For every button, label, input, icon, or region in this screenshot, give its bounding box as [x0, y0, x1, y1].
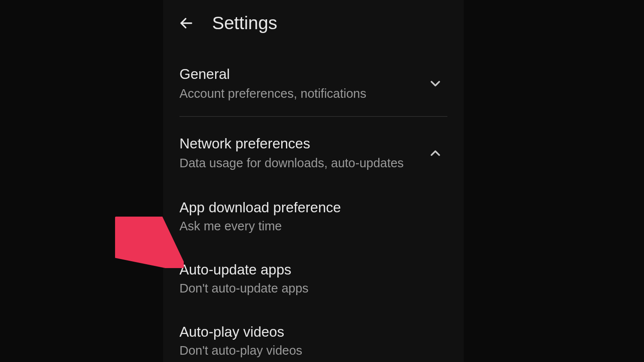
setting-auto-play-videos[interactable]: Auto-play videos Don't auto-play videos	[163, 314, 464, 362]
section-network-title: Network preferences	[179, 136, 419, 152]
section-general-text: General Account preferences, notificatio…	[179, 66, 419, 101]
chevron-down-icon	[428, 76, 443, 91]
setting-auto-update-value: Don't auto-update apps	[179, 281, 447, 296]
chevron-up-icon	[428, 145, 443, 161]
divider	[179, 116, 447, 117]
section-network[interactable]: Network preferences Data usage for downl…	[163, 124, 464, 181]
page-title: Settings	[212, 13, 277, 33]
section-network-subtitle: Data usage for downloads, auto-updates	[179, 156, 419, 170]
section-general[interactable]: General Account preferences, notificatio…	[163, 55, 464, 112]
setting-auto-update-title: Auto-update apps	[179, 262, 447, 278]
section-general-title: General	[179, 66, 419, 82]
setting-auto-update-apps[interactable]: Auto-update apps Don't auto-update apps	[163, 251, 464, 306]
setting-app-download-value: Ask me every time	[179, 219, 447, 233]
section-network-text: Network preferences Data usage for downl…	[179, 136, 419, 170]
back-arrow-icon	[179, 15, 194, 31]
setting-auto-play-title: Auto-play videos	[179, 324, 447, 340]
setting-app-download-preference[interactable]: App download preference Ask me every tim…	[163, 189, 464, 244]
settings-screen: Settings General Account preferences, no…	[163, 0, 464, 362]
header: Settings	[163, 0, 464, 46]
section-general-subtitle: Account preferences, notifications	[179, 87, 419, 101]
setting-auto-play-value: Don't auto-play videos	[179, 344, 447, 358]
back-button[interactable]	[178, 15, 195, 32]
setting-app-download-title: App download preference	[179, 199, 447, 216]
